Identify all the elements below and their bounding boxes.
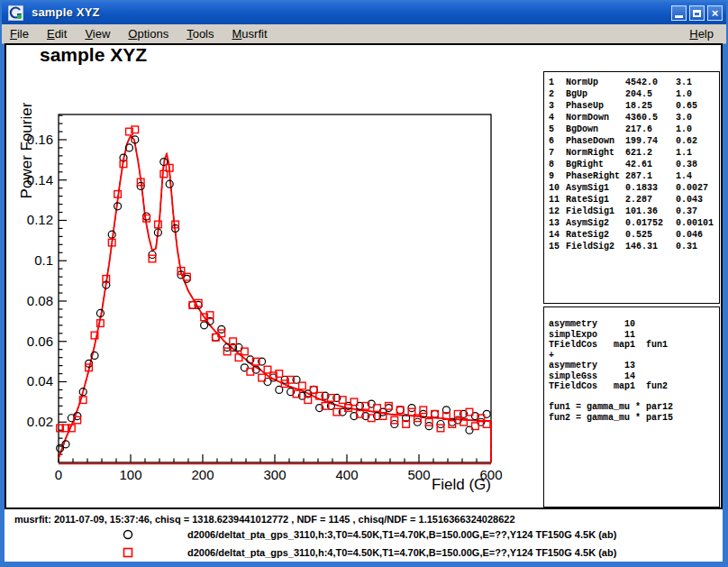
menu-tools[interactable]: Tools	[180, 25, 220, 42]
menu-help[interactable]: Help	[684, 25, 719, 42]
param-value: 18.25	[625, 100, 676, 112]
param-error: 0.37	[676, 206, 719, 217]
legend-label: d2006/deltat_pta_gps_3110,h:4,T0=4.50K,T…	[187, 547, 616, 558]
param-value: 0.01752	[625, 217, 676, 229]
param-no: 6	[549, 135, 566, 147]
param-error: 0.00101	[676, 217, 719, 229]
param-name: PhaseDown	[566, 135, 625, 147]
param-row: 14RateSig20.5250.046	[549, 229, 719, 241]
param-row: 5BgDown217.61.0	[549, 123, 719, 135]
fit-parameter-box: 1NormUp4542.03.12BgUp204.51.03PhaseUp18.…	[543, 71, 720, 304]
param-no: 7	[549, 147, 566, 159]
param-row: 7NormRight621.21.1	[549, 147, 719, 159]
param-value: 146.31	[625, 241, 676, 252]
param-name: NormDown	[566, 112, 625, 123]
param-error: 1.4	[676, 170, 719, 182]
x-axis-label: Field (G)	[401, 476, 491, 494]
param-row: 11RateSig12.2870.043	[549, 194, 719, 206]
app-window: sample XYZ × File Edit View Options Tool…	[0, 0, 728, 567]
menu-view[interactable]: View	[78, 25, 116, 42]
menu-options[interactable]: Options	[122, 25, 175, 42]
param-name: NormRight	[566, 147, 625, 159]
titlebar[interactable]: sample XYZ ×	[2, 2, 726, 24]
param-name: AsymSig1	[566, 182, 625, 194]
param-value: 42.61	[625, 159, 676, 170]
y-axis-label: Power Fourier	[18, 91, 34, 210]
param-error: 3.0	[676, 112, 719, 123]
param-error: 0.38	[676, 159, 719, 170]
param-error: 0.043	[676, 194, 719, 206]
param-no: 3	[549, 100, 566, 112]
circle-marker-icon	[121, 527, 135, 542]
close-icon[interactable]: ×	[707, 5, 723, 21]
plot-title: sample XYZ	[40, 44, 147, 66]
fit-status-text: musrfit: 2011-07-09, 15:37:46, chisq = 1…	[14, 514, 515, 525]
param-value: 4360.5	[625, 112, 676, 123]
menu-musrfit[interactable]: Musrfit	[226, 25, 274, 42]
param-row: 9PhaseRight287.11.4	[549, 170, 719, 182]
param-row: 15FieldSig2146.310.31	[549, 241, 719, 252]
param-name: BgDown	[566, 123, 625, 135]
param-value: 0.1833	[625, 182, 676, 194]
param-name: FieldSig1	[566, 206, 625, 217]
menu-edit[interactable]: Edit	[41, 25, 73, 42]
param-value: 621.2	[625, 147, 676, 159]
menu-file[interactable]: File	[4, 25, 35, 42]
musrfit-app-icon	[8, 5, 23, 21]
theory-box: asymmetry 10 simplExpo 11 TFieldCos map1…	[543, 306, 720, 508]
param-name: FieldSig2	[566, 241, 625, 252]
square-marker-icon	[121, 545, 135, 560]
theory-box-text: asymmetry 10 simplExpo 11 TFieldCos map1…	[544, 307, 719, 423]
maximize-icon[interactable]	[689, 5, 705, 21]
param-value: 199.74	[625, 135, 676, 147]
param-no: 14	[549, 229, 566, 241]
param-row: 10AsymSig10.18330.0027	[549, 182, 719, 194]
param-error: 1.0	[676, 123, 719, 135]
param-no: 13	[549, 217, 566, 229]
param-value: 217.6	[625, 123, 676, 135]
param-error: 0.65	[676, 100, 719, 112]
param-no: 1	[549, 77, 566, 88]
param-name: RateSig2	[566, 229, 625, 241]
param-row: 1NormUp4542.03.1	[549, 77, 719, 88]
menubar: File Edit View Options Tools Musrfit Hel…	[2, 24, 726, 44]
param-error: 1.1	[676, 147, 719, 159]
param-row: 4NormDown4360.53.0	[549, 112, 719, 123]
param-name: PhaseRight	[566, 170, 625, 182]
param-error: 0.62	[676, 135, 719, 147]
param-no: 11	[549, 194, 566, 206]
param-no: 12	[549, 206, 566, 217]
param-value: 101.36	[625, 206, 676, 217]
param-name: BgRight	[566, 159, 625, 170]
param-value: 4542.0	[625, 77, 676, 88]
param-no: 9	[549, 170, 566, 182]
param-no: 4	[549, 112, 566, 123]
param-error: 1.0	[676, 88, 719, 100]
param-row: 3PhaseUp18.250.65	[549, 100, 719, 112]
param-no: 5	[549, 123, 566, 135]
param-row: 8BgRight42.610.38	[549, 159, 719, 170]
param-value: 204.5	[625, 88, 676, 100]
param-error: 0.31	[676, 241, 719, 252]
param-row: 2BgUp204.51.0	[549, 88, 719, 100]
window-title: sample XYZ	[32, 5, 100, 19]
param-name: RateSig1	[566, 194, 625, 206]
param-value: 287.1	[625, 170, 676, 182]
param-name: AsymSig2	[566, 217, 625, 229]
status-area: musrfit: 2011-07-09, 15:37:46, chisq = 1…	[5, 509, 723, 562]
param-value: 2.287	[625, 194, 676, 206]
param-name: BgUp	[566, 88, 625, 100]
param-no: 15	[549, 241, 566, 252]
param-name: PhaseUp	[566, 100, 625, 112]
param-no: 10	[549, 182, 566, 194]
param-row: 12FieldSig1101.360.37	[549, 206, 719, 217]
param-row: 6PhaseDown199.740.62	[549, 135, 719, 147]
param-error: 0.0027	[676, 182, 719, 194]
param-error: 0.046	[676, 229, 719, 241]
param-no: 2	[549, 88, 566, 100]
minimize-icon[interactable]	[671, 5, 687, 21]
param-error: 3.1	[676, 77, 719, 88]
param-row: 13AsymSig20.017520.00101	[549, 217, 719, 229]
param-value: 0.525	[625, 229, 676, 241]
param-name: NormUp	[566, 77, 625, 88]
